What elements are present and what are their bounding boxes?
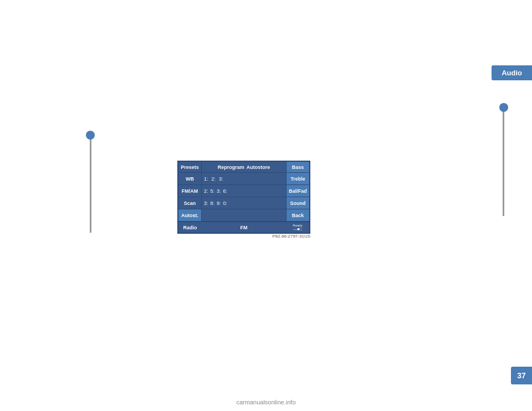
right-vertical-line: [503, 105, 504, 216]
header-presets-label: Presets: [178, 162, 202, 172]
row3-numbers: 3: 8: 9: 0:: [202, 197, 286, 209]
left-vertical-line: [90, 133, 91, 233]
num-8: 3:: [204, 201, 208, 206]
num-1: 1:: [204, 176, 208, 182]
status-indicators: Ready —■□: [286, 224, 309, 231]
radio-screen: Presets Reprogram Autostore Bass WB 1: 2…: [177, 161, 310, 234]
sound-button[interactable]: Sound: [286, 197, 309, 209]
screen-row-2: FM/AM 2: 5: 3: 6: Bal/Fad: [178, 185, 309, 197]
header-bass-button[interactable]: Bass: [286, 162, 309, 172]
row1-numbers: 1: 2: 3:: [202, 173, 286, 184]
bullet-right: [499, 103, 508, 112]
bullet-left: [86, 131, 95, 140]
num-6: 3:: [217, 188, 221, 194]
status-fm-label: FM: [202, 225, 286, 230]
num-5: 5:: [211, 188, 215, 194]
num-2: 2:: [212, 176, 216, 182]
audio-tab: Audio: [492, 65, 532, 80]
reprogram-label: Reprogram: [218, 165, 244, 170]
part-number: P82.86-2797-31US: [177, 234, 310, 239]
screen-row-1: WB 1: 2: 3: Treble: [178, 173, 309, 185]
num-9: 8:: [211, 201, 215, 206]
signal-bars: —■□: [293, 227, 301, 231]
row2-numbers: 2: 5: 3: 6:: [202, 185, 286, 197]
row4-middle: [202, 209, 286, 221]
fmam-button[interactable]: FM/AM: [178, 185, 202, 197]
num-4: 2:: [204, 188, 208, 194]
status-bar: Radio FM Ready —■□: [178, 222, 309, 233]
num-7: 6:: [223, 188, 228, 194]
balfad-button[interactable]: Bal/Fad: [286, 185, 309, 197]
scan-button[interactable]: Scan: [178, 197, 202, 209]
back-button[interactable]: Back: [286, 209, 309, 221]
screen-header-row: Presets Reprogram Autostore Bass: [178, 162, 309, 173]
watermark: carmanualsonline.info: [0, 399, 532, 405]
screen-row-3: Scan 3: 8: 9: 0: Sound: [178, 197, 309, 209]
status-radio-label: Radio: [178, 225, 202, 230]
num-11: 0:: [223, 201, 228, 206]
num-3: 3:: [219, 176, 223, 182]
treble-button[interactable]: Treble: [286, 173, 309, 184]
autostore-button[interactable]: Autost.: [178, 209, 202, 221]
num-10: 9:: [217, 201, 221, 206]
wb-button[interactable]: WB: [178, 173, 202, 184]
screen-row-4: Autost. Back: [178, 209, 309, 222]
autostore-label: Autostore: [247, 165, 270, 170]
header-middle: Reprogram Autostore: [202, 162, 286, 172]
page-number-tab: 37: [511, 367, 532, 384]
